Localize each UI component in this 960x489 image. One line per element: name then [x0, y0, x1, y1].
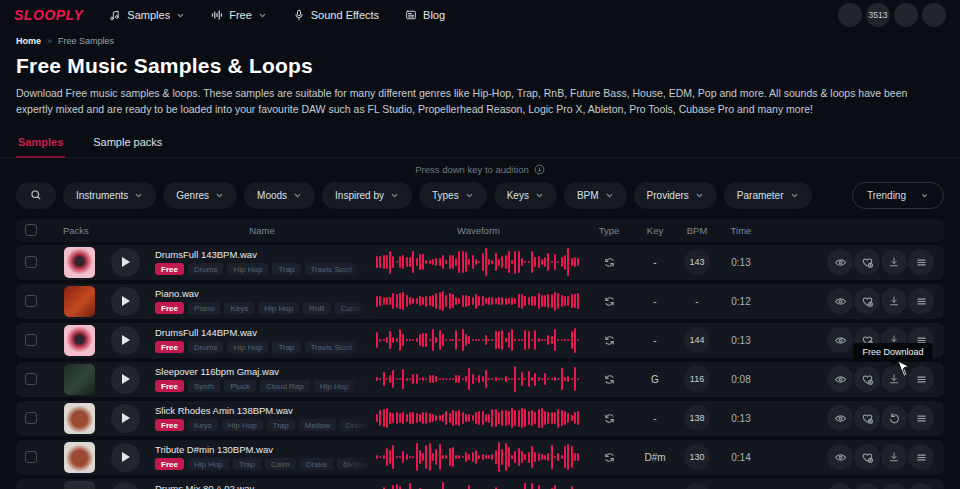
- filter-parameter[interactable]: Parameter: [724, 182, 812, 209]
- filter-types[interactable]: Types: [419, 182, 487, 209]
- download-button[interactable]: [881, 366, 907, 392]
- free-badge[interactable]: Free: [155, 341, 184, 353]
- preview-button[interactable]: [827, 327, 853, 353]
- tag[interactable]: Lil Pump: [362, 263, 376, 275]
- tab-samples[interactable]: Samples: [16, 130, 65, 157]
- tag[interactable]: Trap: [272, 263, 300, 275]
- play-button[interactable]: [111, 482, 140, 489]
- tag[interactable]: Hip Hop: [227, 263, 268, 275]
- nav-item-free[interactable]: Free: [211, 9, 267, 21]
- favorite-button[interactable]: [854, 288, 880, 314]
- nav-item-samples[interactable]: Samples: [109, 9, 185, 21]
- tag[interactable]: Drake: [300, 458, 333, 470]
- play-button[interactable]: [111, 248, 140, 277]
- tag[interactable]: Hip Hop: [258, 302, 299, 314]
- filter-moods[interactable]: Moods: [244, 182, 315, 209]
- row-checkbox[interactable]: [25, 451, 37, 463]
- more-options-button[interactable]: [908, 483, 934, 489]
- pack-art[interactable]: [64, 481, 95, 489]
- waveform[interactable]: [376, 362, 581, 396]
- filter-bpm[interactable]: BPM: [564, 182, 627, 209]
- tag[interactable]: Cloud Rap: [260, 380, 310, 392]
- tag[interactable]: Keys: [188, 419, 218, 431]
- pack-art[interactable]: [64, 286, 95, 317]
- preview-button[interactable]: [827, 444, 853, 470]
- tag[interactable]: Drums: [188, 263, 224, 275]
- free-badge[interactable]: Free: [155, 380, 184, 392]
- favorite-button[interactable]: [854, 405, 880, 431]
- more-options-button[interactable]: [908, 249, 934, 275]
- waveform[interactable]: [376, 323, 581, 357]
- play-button[interactable]: [111, 287, 140, 316]
- sort-dropdown[interactable]: Trending: [852, 182, 944, 209]
- waveform[interactable]: [376, 440, 581, 474]
- pack-art[interactable]: [64, 325, 95, 356]
- free-badge[interactable]: Free: [155, 419, 184, 431]
- nav-item-sound-effects[interactable]: Sound Effects: [293, 9, 379, 21]
- preview-button[interactable]: [827, 483, 853, 489]
- row-checkbox[interactable]: [25, 334, 37, 346]
- tag[interactable]: Drake: [340, 419, 373, 431]
- preview-button[interactable]: [827, 366, 853, 392]
- play-button[interactable]: [111, 404, 140, 433]
- tag[interactable]: Pluck: [224, 380, 256, 392]
- tag[interactable]: Trap: [267, 419, 295, 431]
- more-options-button[interactable]: [908, 444, 934, 470]
- download-button[interactable]: [881, 405, 907, 431]
- free-badge[interactable]: Free: [155, 263, 184, 275]
- favorite-button[interactable]: [854, 366, 880, 392]
- tag[interactable]: Trap: [233, 458, 261, 470]
- tag[interactable]: Travis Scott: [305, 263, 359, 275]
- pack-art[interactable]: [64, 364, 95, 395]
- tag[interactable]: Hip Hop: [227, 341, 268, 353]
- preview-button[interactable]: [827, 405, 853, 431]
- tag[interactable]: Piano: [188, 302, 220, 314]
- tag[interactable]: Mellow: [299, 419, 336, 431]
- favorite-button[interactable]: [854, 483, 880, 489]
- waveform[interactable]: [376, 479, 581, 489]
- search-button[interactable]: [838, 3, 862, 27]
- tag[interactable]: Scott Storch: [369, 302, 376, 314]
- breadcrumb-home[interactable]: Home: [16, 36, 41, 46]
- download-button[interactable]: [881, 483, 907, 489]
- more-options-button[interactable]: [908, 366, 934, 392]
- tag[interactable]: Hip Hop: [314, 380, 355, 392]
- download-button[interactable]: [881, 444, 907, 470]
- tag[interactable]: Hip Hop: [188, 458, 229, 470]
- pack-art[interactable]: [64, 247, 95, 278]
- tag[interactable]: Synth: [188, 380, 220, 392]
- row-checkbox[interactable]: [25, 412, 37, 424]
- play-button[interactable]: [111, 326, 140, 355]
- tag[interactable]: Drums: [188, 341, 224, 353]
- download-button[interactable]: [881, 288, 907, 314]
- pack-art[interactable]: [64, 403, 95, 434]
- row-checkbox[interactable]: [25, 373, 37, 385]
- nav-item-blog[interactable]: Blog: [405, 9, 445, 21]
- more-options-button[interactable]: [908, 405, 934, 431]
- credits-badge[interactable]: 3513: [866, 3, 890, 27]
- waveform[interactable]: [376, 284, 581, 318]
- select-all-checkbox[interactable]: [25, 224, 37, 236]
- filter-inspired-by[interactable]: Inspired by: [322, 182, 412, 209]
- downloads-button[interactable]: [894, 3, 918, 27]
- play-button[interactable]: [111, 443, 140, 472]
- tag[interactable]: Calm: [335, 302, 366, 314]
- filter-instruments[interactable]: Instruments: [63, 182, 156, 209]
- row-checkbox[interactable]: [25, 256, 37, 268]
- pack-art[interactable]: [64, 442, 95, 473]
- filter-genres[interactable]: Genres: [163, 182, 237, 209]
- account-button[interactable]: [922, 3, 946, 27]
- slooply-logo[interactable]: SLOOPLY: [14, 7, 83, 23]
- tag[interactable]: 6ix9ine: [337, 458, 374, 470]
- tag[interactable]: Calm: [265, 458, 296, 470]
- tab-sample-packs[interactable]: Sample packs: [91, 130, 164, 157]
- preview-button[interactable]: [827, 288, 853, 314]
- filter-providers[interactable]: Providers: [634, 182, 717, 209]
- tag[interactable]: Keys: [224, 302, 254, 314]
- favorite-button[interactable]: [854, 444, 880, 470]
- more-options-button[interactable]: [908, 288, 934, 314]
- download-button[interactable]: [881, 249, 907, 275]
- search-filter-button[interactable]: [16, 182, 56, 209]
- free-badge[interactable]: Free: [155, 458, 184, 470]
- tag[interactable]: Lil Pump: [362, 341, 376, 353]
